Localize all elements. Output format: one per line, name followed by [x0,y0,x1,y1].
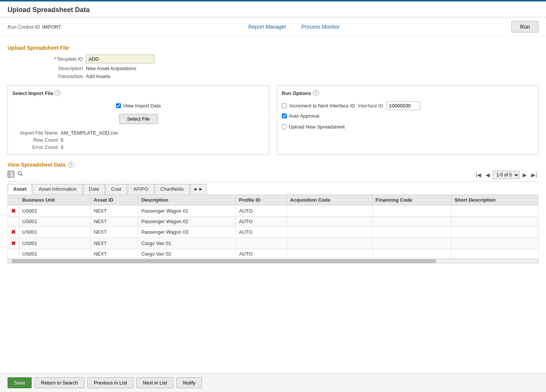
col-error [8,195,19,205]
select-import-help-icon[interactable]: ? [55,90,61,96]
description-label: Description [45,66,83,71]
asset-id-cell: NEXT [90,249,138,259]
tab-chartfields[interactable]: Chartfields [155,184,190,194]
upload-new-label: Upload New Spreadsheet [289,124,345,130]
table-row: ✖US001NEXTCargo Van 01 [8,238,538,249]
tab-more-button[interactable]: ►► [190,184,207,194]
description-value: New Asset Acquisitions [86,66,136,71]
select-import-panel: Select Import File ? View Import Data Se… [8,85,269,155]
short-description-cell [451,205,538,217]
error-cell[interactable]: ✖ [8,238,19,249]
import-file-name-label: Import File Name [12,130,58,136]
transaction-value: Add Assets [86,74,110,79]
run-button[interactable]: Run [511,21,538,32]
acquisition-code-cell [287,249,372,259]
business-unit-cell: US001 [19,217,91,227]
error-icon[interactable]: ✖ [11,240,16,247]
error-count-value: 3 [61,144,63,150]
import-file-name-value: AM_TEMPLATE_ADD.csv [61,130,118,136]
view-spreadsheet-help-icon[interactable]: ? [68,162,74,168]
description-cell: Cargo Van 01 [138,238,236,249]
financing-code-cell [372,249,451,259]
description-cell: Passenger Wagon 01 [138,205,236,217]
short-description-cell [451,217,538,227]
table-row: ✖US001NEXTPassenger Wagon 03AUTO [8,227,538,238]
description-cell: Passenger Wagon 02 [138,217,236,227]
pagination-next-button[interactable]: ▶ [521,171,528,179]
svg-rect-0 [8,171,14,177]
view-import-data-checkbox[interactable] [116,103,121,108]
row-count-label: Row Count [12,137,58,143]
tab-cost[interactable]: Cost [106,184,127,194]
col-short-description: Short Description [451,195,538,205]
spreadsheet-table: Business Unit Asset ID Description Profi… [8,194,538,259]
template-id-label: Template ID [45,56,83,62]
process-monitor-link[interactable]: Process Monitor [301,24,340,30]
search-icon[interactable] [17,171,23,179]
upload-new-checkbox[interactable] [282,124,287,129]
upload-section-title: Upload Spreadsheet File [8,45,538,51]
increment-checkbox[interactable] [282,103,287,108]
error-cell [8,249,19,259]
auto-approval-label: Auto Approval [289,113,320,119]
tab-asset-information[interactable]: Asset Information [33,184,82,194]
auto-approval-checkbox[interactable] [282,113,287,118]
run-control-id-value: IMPORT [42,24,61,30]
pagination-last-button[interactable]: ▶| [530,171,538,179]
table-row: US001NEXTPassenger Wagon 02AUTO [8,217,538,227]
financing-code-cell [372,238,451,249]
pagination-prev-button[interactable]: ◀ [484,171,491,179]
interface-id-label: Interface ID [358,103,383,109]
tab-date[interactable]: Date [83,184,105,194]
description-cell: Cargo Van 02 [138,249,236,259]
profile-id-cell: AUTO [236,249,287,259]
profile-id-cell: AUTO [236,205,287,217]
table-row: US001NEXTCargo Van 02AUTO [8,249,538,259]
run-options-help-icon[interactable]: ? [313,90,319,96]
row-count-value: 5 [61,137,63,143]
business-unit-cell: US001 [19,238,91,249]
view-import-data-label: View Import Data [123,103,161,109]
template-id-input[interactable] [86,55,154,63]
svg-line-5 [21,175,23,176]
financing-code-cell [372,205,451,217]
short-description-cell [451,227,538,238]
error-icon[interactable]: ✖ [11,208,16,214]
acquisition-code-cell [287,227,372,238]
select-import-title: Select Import File [12,90,53,96]
pagination-select[interactable]: 1-5 of 5 [493,171,520,179]
asset-id-cell: NEXT [90,238,138,249]
run-options-panel: Run Options ? Increment to Next Interfac… [277,85,539,155]
col-acquisition-code: Acquisition Code [287,195,372,205]
col-description: Description [138,195,236,205]
select-file-button[interactable]: Select File [119,114,158,124]
business-unit-cell: US001 [19,249,91,259]
tab-asset[interactable]: Asset [8,184,32,194]
business-unit-cell: US001 [19,227,91,238]
spreadsheet-icon[interactable] [8,171,14,179]
col-financing-code: Financing Code [372,195,451,205]
page-title: Upload Spreadsheet Data [8,6,538,14]
tab-ap-po[interactable]: AP/PO [128,184,154,194]
run-control-label: Run Control ID [8,24,40,30]
svg-point-4 [18,172,21,175]
business-unit-cell: US001 [19,205,91,217]
transaction-label: Transaction [45,74,83,79]
profile-id-cell: AUTO [236,217,287,227]
error-cell [8,217,19,227]
asset-id-cell: NEXT [90,217,138,227]
col-profile-id: Profile ID [236,195,287,205]
col-asset-id: Asset ID [90,195,138,205]
asset-id-cell: NEXT [90,205,138,217]
acquisition-code-cell [287,205,372,217]
error-icon[interactable]: ✖ [11,229,16,235]
col-business-unit: Business Unit [19,195,91,205]
financing-code-cell [372,227,451,238]
error-cell[interactable]: ✖ [8,205,19,217]
pagination-first-button[interactable]: |◀ [474,171,483,179]
profile-id-cell [236,238,287,249]
report-manager-link[interactable]: Report Manager [248,24,286,30]
table-row: ✖US001NEXTPassenger Wagon 01AUTO [8,205,538,217]
error-cell[interactable]: ✖ [8,227,19,238]
interface-id-input[interactable] [386,101,420,110]
